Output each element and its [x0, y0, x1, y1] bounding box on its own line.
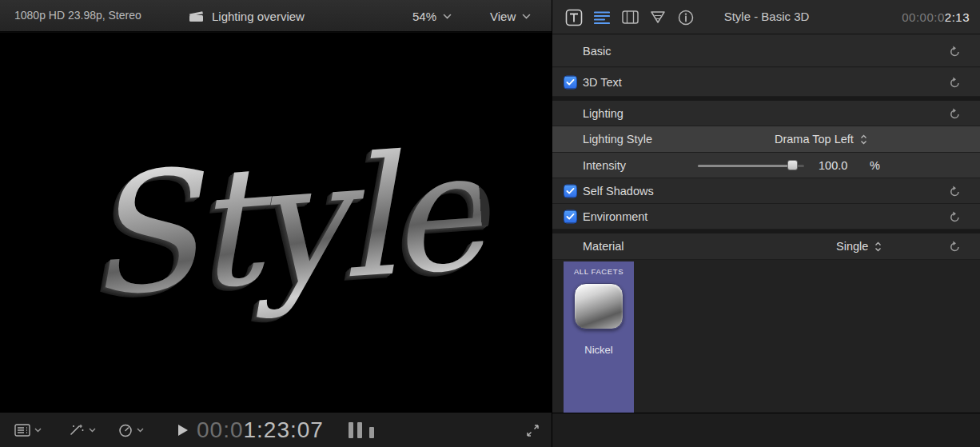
- slider-thumb[interactable]: [787, 160, 798, 170]
- tab-info-icon[interactable]: [677, 9, 695, 26]
- facets-label: ALL FACETS: [564, 267, 634, 276]
- intensity-unit: %: [870, 159, 880, 172]
- reset-icon[interactable]: [949, 77, 962, 88]
- row-self-shadows: Self Shadows: [552, 178, 980, 204]
- intensity-label: Intensity: [583, 159, 626, 172]
- tab-mask-icon[interactable]: [649, 9, 667, 26]
- inspector-bottom-strip: [552, 413, 980, 447]
- material-popup[interactable]: Single: [836, 240, 882, 253]
- view-label: View: [490, 10, 516, 23]
- reset-icon[interactable]: [949, 211, 962, 222]
- view-menu[interactable]: View: [490, 0, 531, 32]
- zoom-value: 54%: [412, 10, 436, 23]
- intensity-value[interactable]: 100.0: [819, 159, 847, 172]
- gauge-icon: [118, 424, 133, 437]
- format-label: 1080p HD 23.98p, Stereo: [14, 9, 141, 22]
- effects-menu[interactable]: [69, 413, 96, 447]
- tab-text-format-icon[interactable]: [565, 9, 583, 26]
- material-popup-value: Single: [836, 240, 868, 253]
- timecode-dim: 00:0: [197, 417, 244, 442]
- intensity-slider[interactable]: [698, 160, 804, 171]
- row-intensity: Intensity 100.0 %: [552, 153, 980, 178]
- zoom-menu[interactable]: 54%: [412, 0, 452, 32]
- material-well: ALL FACETS Nickel: [552, 260, 980, 413]
- popup-chevrons-icon: [874, 241, 882, 252]
- row-environment: Environment: [552, 204, 980, 229]
- chevron-down-icon: [443, 14, 452, 19]
- inspector-header: Style - Basic 3D 00:00:02:13: [552, 0, 980, 34]
- index-icon: [14, 424, 30, 437]
- checkbox-3d-text[interactable]: [564, 75, 577, 89]
- audio-meters: [349, 422, 374, 438]
- lighting-style-popup[interactable]: Drama Top Left: [775, 133, 867, 146]
- viewer-topbar: 1080p HD 23.98p, Stereo Lighting overvie…: [0, 0, 552, 32]
- row-material: Material Single: [552, 233, 980, 260]
- clapper-icon: [189, 10, 204, 22]
- basic-label: Basic: [583, 45, 611, 58]
- playhead-timecode[interactable]: 00:01:23:07: [197, 417, 324, 443]
- environment-label: Environment: [583, 210, 647, 223]
- inspector-tabs: [565, 0, 695, 34]
- chevron-down-icon: [89, 428, 96, 433]
- popup-chevrons-icon: [860, 134, 867, 145]
- chevron-down-icon: [137, 428, 144, 433]
- canvas-3d-text: Style Style: [78, 94, 515, 412]
- slider-fill: [698, 165, 792, 167]
- project-title-group: Lighting overview: [189, 0, 305, 32]
- material-name: Nickel: [564, 344, 634, 356]
- reset-icon[interactable]: [949, 186, 962, 197]
- checkbox-environment[interactable]: [564, 210, 577, 223]
- viewer-toolbar: 00:01:23:07: [0, 412, 552, 447]
- index-menu[interactable]: [14, 413, 42, 447]
- retime-menu[interactable]: [118, 413, 144, 447]
- 3d-text-label: 3D Text: [583, 76, 622, 89]
- inspector-timecode-bright: 2:13: [945, 10, 970, 24]
- checkbox-self-shadows[interactable]: [564, 184, 577, 198]
- expand-icon[interactable]: [526, 413, 540, 447]
- reset-icon[interactable]: [949, 108, 962, 119]
- lighting-style-value: Drama Top Left: [775, 133, 854, 146]
- row-basic: Basic: [552, 35, 980, 67]
- tab-text-layout-icon[interactable]: [593, 9, 611, 26]
- material-tile-selected[interactable]: ALL FACETS Nickel: [564, 261, 634, 413]
- row-lighting: Lighting: [552, 101, 980, 126]
- tab-appearance-icon[interactable]: [621, 9, 639, 26]
- row-3d-text: 3D Text: [552, 68, 980, 97]
- viewer-pane: 1080p HD 23.98p, Stereo Lighting overvie…: [0, 0, 552, 447]
- inspector-pane: Style - Basic 3D 00:00:02:13 Basic 3D Te…: [552, 0, 980, 447]
- chevron-down-icon: [522, 14, 531, 19]
- project-title: Lighting overview: [212, 10, 305, 23]
- material-label: Material: [583, 240, 624, 253]
- row-lighting-style: Lighting Style Drama Top Left: [552, 126, 980, 153]
- lighting-label: Lighting: [583, 107, 623, 120]
- viewer-canvas[interactable]: Style Style: [0, 33, 552, 412]
- wand-icon: [69, 424, 85, 437]
- self-shadows-label: Self Shadows: [583, 185, 654, 198]
- timecode-bright: 1:23:07: [244, 417, 324, 442]
- material-thumbnail[interactable]: [574, 283, 623, 329]
- inspector-timecode-dim: 00:00:0: [902, 10, 945, 24]
- reset-icon[interactable]: [949, 241, 962, 252]
- lighting-style-label: Lighting Style: [583, 133, 652, 146]
- reset-icon[interactable]: [949, 46, 962, 57]
- inspector-timecode: 00:00:02:13: [902, 10, 970, 24]
- play-button[interactable]: [177, 413, 189, 447]
- app-window: 1080p HD 23.98p, Stereo Lighting overvie…: [0, 0, 980, 447]
- canvas-text-face: Style: [78, 96, 488, 353]
- chevron-down-icon: [34, 428, 42, 433]
